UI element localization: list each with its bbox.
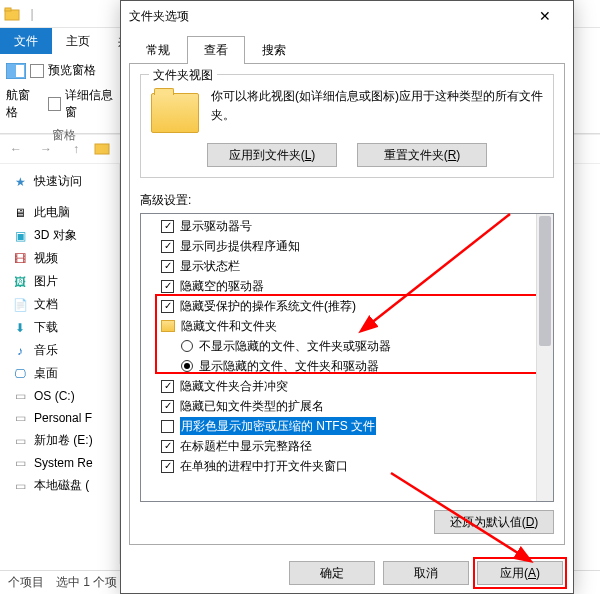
dialog-titlebar: 文件夹选项 ✕ bbox=[121, 1, 573, 31]
checkbox-icon[interactable] bbox=[161, 420, 174, 433]
apply-button[interactable]: 应用(A) bbox=[477, 561, 563, 585]
up-icon[interactable]: ↑ bbox=[64, 137, 88, 161]
ribbon-tab-file[interactable]: 文件 bbox=[0, 28, 52, 54]
nav-music[interactable]: ♪音乐 bbox=[4, 339, 115, 362]
group-title: 文件夹视图 bbox=[149, 67, 217, 84]
nav-videos[interactable]: 🎞视频 bbox=[4, 247, 115, 270]
preview-pane-label: 预览窗格 bbox=[48, 62, 96, 79]
folder-icon bbox=[94, 141, 110, 158]
setting-label: 显示隐藏的文件、文件夹和驱动器 bbox=[199, 357, 379, 375]
radio-icon[interactable] bbox=[181, 340, 193, 352]
folder-icon bbox=[161, 320, 175, 332]
back-icon[interactable]: ← bbox=[4, 137, 28, 161]
video-icon: 🎞 bbox=[12, 251, 28, 267]
close-button[interactable]: ✕ bbox=[525, 2, 565, 30]
picture-icon: 🖼 bbox=[12, 274, 28, 290]
nav-pictures[interactable]: 🖼图片 bbox=[4, 270, 115, 293]
advanced-setting-item[interactable]: 用彩色显示加密或压缩的 NTFS 文件 bbox=[145, 416, 549, 436]
checkbox-icon[interactable] bbox=[161, 260, 174, 273]
desktop-icon: 🖵 bbox=[12, 366, 28, 382]
svg-rect-4 bbox=[95, 144, 109, 154]
checkbox-icon[interactable] bbox=[161, 380, 174, 393]
advanced-setting-item[interactable]: 显示隐藏的文件、文件夹和驱动器 bbox=[145, 356, 549, 376]
cube-icon: ▣ bbox=[12, 228, 28, 244]
setting-label: 显示同步提供程序通知 bbox=[180, 237, 300, 255]
group-description: 你可以将此视图(如详细信息或图标)应用于这种类型的所有文件夹。 bbox=[211, 87, 543, 125]
nav-os-c[interactable]: ▭OS (C:) bbox=[4, 385, 115, 407]
radio-icon[interactable] bbox=[181, 360, 193, 372]
advanced-settings-label: 高级设置: bbox=[140, 192, 554, 209]
advanced-setting-item[interactable]: 隐藏空的驱动器 bbox=[145, 276, 549, 296]
tab-view[interactable]: 查看 bbox=[187, 36, 245, 64]
nav-documents[interactable]: 📄文档 bbox=[4, 293, 115, 316]
advanced-setting-item[interactable]: 不显示隐藏的文件、文件夹或驱动器 bbox=[145, 336, 549, 356]
checkbox-icon[interactable] bbox=[161, 440, 174, 453]
nav-this-pc[interactable]: 🖥此电脑 bbox=[4, 201, 115, 224]
setting-label: 隐藏已知文件类型的扩展名 bbox=[180, 397, 324, 415]
nav-quick-access[interactable]: ★快速访问 bbox=[4, 170, 115, 193]
checkbox-icon[interactable] bbox=[161, 280, 174, 293]
details-pane-button[interactable]: 航窗格 详细信息窗 bbox=[4, 85, 124, 123]
restore-defaults-button[interactable]: 还原为默认值(D) bbox=[434, 510, 554, 534]
nav-personal-f[interactable]: ▭Personal F bbox=[4, 407, 115, 429]
svg-rect-1 bbox=[5, 8, 11, 11]
star-icon: ★ bbox=[12, 174, 28, 190]
advanced-settings-box: 显示驱动器号显示同步提供程序通知显示状态栏隐藏空的驱动器隐藏受保护的操作系统文件… bbox=[140, 213, 554, 502]
apply-to-folders-button[interactable]: 应用到文件夹(L) bbox=[207, 143, 337, 167]
download-icon: ⬇ bbox=[12, 320, 28, 336]
explorer-nav-pane: ★快速访问 🖥此电脑 ▣3D 对象 🎞视频 🖼图片 📄文档 ⬇下载 ♪音乐 🖵桌… bbox=[0, 164, 120, 564]
advanced-setting-item[interactable]: 在标题栏中显示完整路径 bbox=[145, 436, 549, 456]
checkbox-icon bbox=[30, 64, 44, 78]
folder-icon bbox=[151, 93, 199, 133]
folder-views-group: 文件夹视图 你可以将此视图(如详细信息或图标)应用于这种类型的所有文件夹。 应用… bbox=[140, 74, 554, 178]
drive-icon: ▭ bbox=[12, 478, 28, 494]
scrollbar[interactable] bbox=[536, 214, 553, 501]
nav-system-re[interactable]: ▭System Re bbox=[4, 452, 115, 474]
setting-label: 不显示隐藏的文件、文件夹或驱动器 bbox=[199, 337, 391, 355]
drive-icon: ▭ bbox=[12, 455, 28, 471]
setting-label: 隐藏文件夹合并冲突 bbox=[180, 377, 288, 395]
drive-icon: ▭ bbox=[12, 433, 28, 449]
advanced-setting-item[interactable]: 隐藏受保护的操作系统文件(推荐) bbox=[145, 296, 549, 316]
nav-local-disk[interactable]: ▭本地磁盘 ( bbox=[4, 474, 115, 497]
setting-label: 显示驱动器号 bbox=[180, 217, 252, 235]
forward-icon[interactable]: → bbox=[34, 137, 58, 161]
status-item-count: 个项目 bbox=[8, 574, 44, 591]
nav-3d-objects[interactable]: ▣3D 对象 bbox=[4, 224, 115, 247]
advanced-setting-item[interactable]: 显示驱动器号 bbox=[145, 216, 549, 236]
dialog-title: 文件夹选项 bbox=[129, 8, 525, 25]
divider-icon: | bbox=[24, 6, 40, 22]
advanced-setting-item[interactable]: 在单独的进程中打开文件夹窗口 bbox=[145, 456, 549, 476]
checkbox-icon[interactable] bbox=[161, 220, 174, 233]
advanced-setting-item[interactable]: 隐藏已知文件类型的扩展名 bbox=[145, 396, 549, 416]
advanced-setting-item[interactable]: 显示状态栏 bbox=[145, 256, 549, 276]
status-selected-count: 选中 1 个项 bbox=[56, 574, 117, 591]
nav-new-vol-e[interactable]: ▭新加卷 (E:) bbox=[4, 429, 115, 452]
cancel-button[interactable]: 取消 bbox=[383, 561, 469, 585]
checkbox-icon[interactable] bbox=[161, 300, 174, 313]
checkbox-icon[interactable] bbox=[161, 240, 174, 253]
folder-options-dialog: 文件夹选项 ✕ 常规 查看 搜索 文件夹视图 你可以将此视图(如详细信息或图标)… bbox=[120, 0, 574, 594]
music-icon: ♪ bbox=[12, 343, 28, 359]
tab-search[interactable]: 搜索 bbox=[245, 36, 303, 64]
checkbox-icon[interactable] bbox=[161, 460, 174, 473]
setting-label: 在标题栏中显示完整路径 bbox=[180, 437, 312, 455]
checkbox-icon[interactable] bbox=[161, 400, 174, 413]
nav-desktop[interactable]: 🖵桌面 bbox=[4, 362, 115, 385]
scrollbar-thumb[interactable] bbox=[539, 216, 551, 346]
advanced-setting-item[interactable]: 隐藏文件和文件夹 bbox=[145, 316, 549, 336]
setting-label: 隐藏文件和文件夹 bbox=[181, 317, 277, 335]
ok-button[interactable]: 确定 bbox=[289, 561, 375, 585]
setting-label: 在单独的进程中打开文件夹窗口 bbox=[180, 457, 348, 475]
preview-pane-button[interactable]: 预览窗格 bbox=[4, 60, 124, 81]
advanced-setting-item[interactable]: 隐藏文件夹合并冲突 bbox=[145, 376, 549, 396]
drive-icon: ▭ bbox=[12, 388, 28, 404]
ribbon-tab-home[interactable]: 主页 bbox=[52, 28, 104, 54]
reset-folders-button[interactable]: 重置文件夹(R) bbox=[357, 143, 487, 167]
checkbox-icon bbox=[48, 97, 61, 111]
tab-general[interactable]: 常规 bbox=[129, 36, 187, 64]
advanced-setting-item[interactable]: 显示同步提供程序通知 bbox=[145, 236, 549, 256]
setting-label: 显示状态栏 bbox=[180, 257, 240, 275]
folder-icon bbox=[4, 6, 20, 22]
nav-downloads[interactable]: ⬇下载 bbox=[4, 316, 115, 339]
